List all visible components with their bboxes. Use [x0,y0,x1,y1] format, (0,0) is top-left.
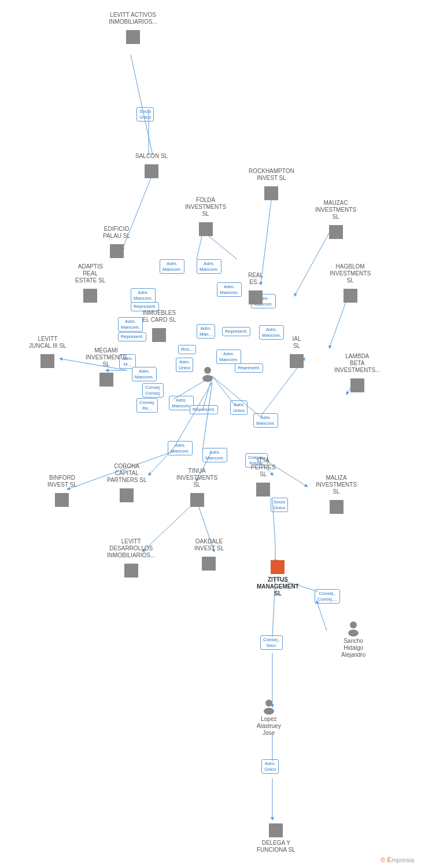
node-binford[interactable]: BINFORDINVEST SL [47,475,77,509]
svg-rect-221 [278,830,280,833]
svg-rect-127 [109,380,111,382]
node-salcon[interactable]: SALCON SL [135,153,168,181]
badge-consej-consej[interactable]: Consej..Consej.... [315,589,340,604]
svg-rect-166 [200,495,202,498]
badge-adm-mancom-12[interactable]: Adm.Mancom. [168,441,193,455]
svg-rect-175 [258,490,261,492]
svg-rect-101 [251,297,253,300]
svg-rect-135 [299,361,301,363]
badge-adm-mancom-11[interactable]: Adm.Mancom. [253,413,278,428]
svg-rect-159 [57,500,60,502]
node-folda[interactable]: FOLDAINVESTMENTSSL [185,197,226,238]
node-real-es[interactable]: REALES... [246,272,265,307]
building-icon-folda [197,219,215,237]
badge-adm-mancom-9[interactable]: Adm.Mancom. [216,350,241,364]
svg-rect-72 [334,236,338,239]
badge-consej-secr[interactable]: Consej..Secr. [260,635,283,650]
node-person-center[interactable] [200,365,216,383]
svg-rect-197 [208,559,210,561]
node-rockhampton[interactable]: ROCKHAMPTONINVEST SL [249,168,294,203]
svg-rect-136 [295,365,298,368]
node-sancho-hidalgo[interactable]: SanchoHidalgoAlejandro [341,619,365,659]
node-maliza[interactable]: MALIZAINVESTMENTSSL [316,475,357,516]
badge-adm-mancom-5[interactable]: Adm.Mancom. [217,282,242,297]
svg-point-213 [265,700,272,707]
svg-rect-176 [262,490,264,492]
badge-adm-unico-3[interactable]: Adm.Único [261,759,279,774]
node-itta-perties[interactable]: ITTAPERTIESSL [251,457,276,499]
badge-socio-unico-1[interactable]: SocioÚnico [136,107,154,122]
svg-rect-34 [128,32,131,35]
node-lopez-alastruey[interactable]: LopezAlastrueyJose [257,697,281,737]
svg-rect-88 [88,299,92,303]
svg-rect-189 [130,566,132,568]
svg-rect-38 [132,37,134,39]
svg-rect-167 [193,500,195,502]
node-ial[interactable]: IALSL [287,336,306,370]
building-icon-maliza [327,496,346,515]
badge-represent-5[interactable]: Represent. [190,405,218,414]
svg-point-145 [204,367,211,374]
badge-consej-1[interactable]: Consej.Consej. [142,383,164,398]
svg-rect-60 [208,225,211,227]
badge-represent-4[interactable]: Represent. [235,363,263,373]
building-icon-hagblom [341,285,360,304]
svg-rect-61 [201,229,204,231]
svg-rect-200 [208,564,210,566]
node-corona-capital[interactable]: CORONACAPITALPARTNERS SL [107,463,147,505]
badge-adm-mancom-8[interactable]: Adm.Man... [197,324,215,339]
node-levitt-desarrollos[interactable]: LEVITTDESARROLLOSINMOBILIARIOS... [107,538,155,580]
svg-rect-124 [109,375,111,377]
node-levitt-activos[interactable]: LEVITT ACTIVOS INMOBILIARIOS... [107,12,159,46]
svg-rect-218 [278,826,280,828]
svg-rect-208 [276,567,279,569]
node-levitt-juncal[interactable]: LEVITTJUNCAL III SL [29,336,67,370]
node-lambda-beta[interactable]: LAMBDABETAINVESTMENTS... [334,353,380,395]
node-mauzac[interactable]: MAUZACINVESTMENTSSL [315,200,356,241]
badge-adm-unico-1[interactable]: Adm.Único [176,358,193,372]
svg-rect-67 [335,227,337,230]
badge-ros[interactable]: Ros... [178,345,196,354]
building-icon-levitt-activos [124,27,142,45]
svg-rect-172 [258,485,261,487]
badge-consej-re[interactable]: Consej.Re... [136,398,158,413]
person-icon-sancho [345,620,361,637]
badge-adm-mancom-2[interactable]: Adm.Mancom. [131,288,156,303]
svg-rect-75 [116,247,118,249]
badge-adm-mancom-3[interactable]: Adm.Mancom. [118,317,143,332]
node-edificio-palau[interactable]: EDIFICIOPALAU SL [103,226,130,260]
svg-rect-125 [102,380,104,382]
svg-rect-86 [89,296,91,298]
node-megami[interactable]: MEGAMIINVESTMENTSSL [86,347,127,389]
badge-adm-mancom-13[interactable]: Adm.Mancom. [202,448,227,462]
badge-adm-mancom-concat[interactable]: Adm.Mancom. [132,367,157,381]
node-oakdale[interactable]: OAKDALEINVEST SL [194,538,224,573]
node-inmuebles-caro[interactable]: INMUEBLESEL CARO SL [142,310,176,344]
node-hagblom[interactable]: HAGBLOMINVESTMENTSSL [330,263,371,305]
svg-rect-104 [254,301,257,304]
svg-rect-192 [130,571,132,573]
svg-rect-198 [211,559,213,561]
badge-adm-unico-2[interactable]: Adm.Unico [230,400,248,415]
svg-rect-219 [271,830,274,833]
svg-rect-199 [204,564,206,566]
node-tinua[interactable]: TINUAINVESTMENTSSL [176,468,217,509]
svg-rect-80 [115,255,119,258]
badge-adm-mancom-7[interactable]: Adm.Mancom. [259,325,284,340]
node-zittus[interactable]: ZITTUSMANAGEMENTSL [257,556,299,597]
svg-rect-122 [102,375,104,377]
badge-represent-3[interactable]: Represent. [222,327,250,336]
node-delega-funciona[interactable]: DELEGA YFUNCIONA SL [257,819,296,854]
svg-rect-94 [349,296,352,298]
badge-socio-unico-2[interactable]: SocioÚnico [271,498,288,512]
badge-adm-mancom-4[interactable]: Adm.Mancom. [197,259,221,274]
svg-point-214 [264,708,274,715]
graph-container: LEVITT ACTIVOS INMOBILIARIOS... SocioÚni… [0,0,421,868]
svg-rect-82 [86,291,88,293]
svg-rect-141 [353,385,355,388]
badge-adm-mancom-1[interactable]: Adm.Mancom. [160,259,184,274]
svg-rect-39 [135,37,138,39]
node-adaptis[interactable]: ADAPTISREALESTATE SL [75,263,105,305]
svg-rect-201 [211,564,213,566]
svg-rect-59 [205,225,207,227]
